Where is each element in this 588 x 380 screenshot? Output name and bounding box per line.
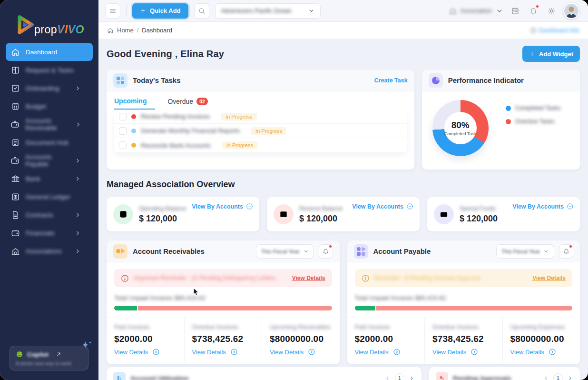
dashboard-info-link[interactable]: Dashboard Info [530,27,579,34]
breadcrumb-home[interactable]: Home [117,27,134,34]
fiscal-year-select[interactable]: This Fiscal Year [256,244,314,259]
document-icon [10,138,20,147]
settings-button[interactable] [545,5,558,17]
task-checkbox[interactable] [119,113,127,120]
special-funds-icon [434,204,454,224]
search-button[interactable] [194,3,209,19]
chevron-circle-down-icon [406,203,413,210]
check-square-icon [10,83,20,93]
chevron-circle-right-icon [549,348,556,356]
sidebar-item-accounts-payable[interactable]: Accounts Payable [6,151,93,170]
notifications-button[interactable] [527,5,539,17]
chevron-circle-right-icon [152,348,160,356]
sidebar: propVIVO Dashboard Request & Tasks Onboa… [0,0,98,380]
task-checkbox[interactable] [119,127,127,135]
sidebar-item-document-hub[interactable]: Document Hub [6,133,93,151]
pagination: 1 [384,373,415,380]
view-details-link[interactable]: View Details [114,348,176,356]
chevron-down-icon [543,249,549,254]
chevron-circle-right-icon [230,348,238,356]
prev-page-button[interactable] [543,375,549,380]
view-details-link[interactable]: View Details [270,348,332,356]
payable-notifications-button[interactable] [559,244,573,259]
stat-paid-invoices: Paid Invoices $2000.00 View Details [347,318,425,362]
alert-view-details-link[interactable]: View Details [292,275,325,281]
stat-label: Paid Invoices [114,324,176,330]
account-payable-card: Account Payable This Fiscal Year [347,240,580,364]
unpaid-progress-bar [355,306,573,310]
account-receivables-card: Account Receivables This Fiscal Year [107,240,340,364]
receivables-notifications-button[interactable] [319,244,333,259]
sidebar-item-budget[interactable]: Budget [6,97,93,115]
next-page-button[interactable] [409,375,415,380]
chevron-circle-right-icon [393,348,401,356]
chevron-down-icon [308,8,314,14]
hamburger-menu-button[interactable] [105,3,120,19]
sidebar-nav: Dashboard Request & Tasks Onboarding Bud… [0,37,98,260]
sidebar-item-accounts-receivable[interactable]: Accounts Receivable [6,115,93,133]
copilot-subtitle: A whole new way to work [16,360,82,366]
page-title: Good Evening , Elina Ray [107,49,224,60]
task-checkbox[interactable] [119,141,127,149]
calendar-button[interactable] [509,5,521,17]
sidebar-item-financials[interactable]: Financials [6,224,93,242]
arrow-up-right-icon [55,351,62,358]
tasks-card-icon [113,73,127,88]
breadcrumb: Home / Dashboard Dashboard Info [98,22,588,39]
chevron-circle-down-icon [246,203,253,210]
performance-card-title: Performance Indicator [448,76,524,84]
stat-paid-invoices: Paid Invoices $2000.00 View Details [107,318,185,362]
sidebar-item-bank[interactable]: Bank [6,170,93,188]
account-menu[interactable]: Association [449,7,503,15]
add-widget-button[interactable]: Add Widget [522,46,580,62]
calculator-icon [10,101,20,111]
view-details-link[interactable]: View Details [192,348,255,356]
sidebar-item-contracts[interactable]: Contracts [6,206,93,224]
avatar[interactable] [563,3,579,19]
sidebar-item-label: Document Hub [26,139,69,146]
page-number: 1 [395,373,404,380]
tab-overdue[interactable]: Overdue 02 [167,98,207,109]
sidebar-item-label: Financials [26,230,55,237]
sidebar-item-request-tasks[interactable]: Request & Tasks [6,61,93,79]
task-row: Review Pending Invoices In Progress [114,110,407,124]
view-details-link[interactable]: View Details [432,348,495,356]
copilot-promo[interactable]: Copilot A whole new way to work [10,346,88,370]
balance-label: Operating Balance [139,205,186,212]
balance-label: Reserve Balance [299,205,343,212]
donut-percent: 80% [451,120,470,130]
sidebar-item-label: Bank [26,175,40,182]
receivables-card-title: Account Receivables [133,247,205,255]
prev-page-button[interactable] [384,375,391,380]
quick-add-button[interactable]: Quick Add [132,3,188,19]
priority-dot [131,129,136,133]
tab-upcoming[interactable]: Upcoming [114,97,155,110]
sidebar-item-onboarding[interactable]: Onboarding [6,79,93,97]
next-page-button[interactable] [567,375,573,380]
bottom-right-card-title: Pending Approvals [453,375,511,380]
association-selector[interactable]: Adventurers Pacific Ocean [215,3,321,19]
create-task-link[interactable]: Create Task [366,77,408,84]
chevron-down-icon [496,7,503,15]
task-list: Review Pending Invoices In Progress Gene… [114,110,407,152]
sidebar-item-dashboard[interactable]: Dashboard [6,43,93,61]
paid-progress-segment [114,306,138,310]
view-by-accounts-link[interactable]: View By Accounts [352,203,413,210]
task-name: Reconcile Bank Accounts [141,142,211,149]
view-by-accounts-link[interactable]: View By Accounts [512,203,574,210]
task-status-badge: In Progress [251,127,286,135]
legend-item: Completed Tasks [506,105,561,111]
sidebar-item-general-ledger[interactable]: General Ledger [6,188,93,206]
sparkle-icon [79,340,94,356]
section-title: Managed Association Overview [107,180,580,190]
alert-view-details-link[interactable]: View Details [532,275,566,281]
view-details-link[interactable]: View Details [355,348,417,356]
fiscal-year-select[interactable]: This Fiscal Year [496,244,554,259]
view-details-link[interactable]: View Details [510,348,573,356]
balance-value: $ 120,000 [299,214,343,224]
chevron-right-icon [73,228,82,238]
chevron-right-icon [75,120,82,129]
view-by-accounts-link[interactable]: View By Accounts [192,203,253,210]
stat-label: Overdue Invoices [432,324,495,330]
sidebar-item-associations[interactable]: Associations [6,242,93,260]
